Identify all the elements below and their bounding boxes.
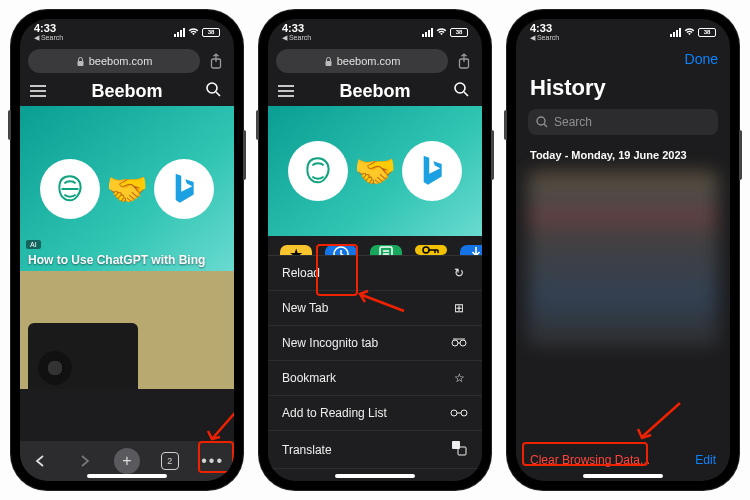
address-bar[interactable]: beebom.com [28,49,226,73]
phone-3: 4:33◀ Search 38 Done History Search Toda… [507,10,739,490]
url-text: beebom.com [89,55,153,67]
site-header: Beebom [20,77,234,106]
svg-point-10 [460,340,466,346]
status-bar: 4:33◀ Search 38 [516,19,730,45]
bing-logo-icon [402,141,462,201]
search-placeholder: Search [554,115,592,129]
overflow-menu-sheet: ★Bookmarks History Reading List Password… [268,237,482,481]
home-indicator[interactable] [335,474,415,478]
ai-badge: AI [26,240,41,249]
edit-button[interactable]: Edit [695,453,716,467]
menu-bookmark[interactable]: Bookmark☆ [268,361,482,396]
lock-icon [76,57,85,66]
svg-rect-0 [77,61,83,66]
tabs-button[interactable]: 2 [156,447,184,475]
site-title: Beebom [48,81,206,102]
phone-1: 4:33◀ Search 38 beebom.com Beebom 🤝 [11,10,243,490]
menu-incognito[interactable]: New Incognito tab [268,326,482,361]
svg-point-2 [207,83,217,93]
reading-list-icon [370,245,402,255]
handshake-icon: 🤝 [106,169,148,209]
menu-reload[interactable]: Reload↻ [268,256,482,291]
search-icon[interactable] [206,82,224,101]
history-search[interactable]: Search [528,109,718,135]
status-back: ◀ Search [34,34,63,41]
hero-article[interactable]: 🤝 AI How to Use ChatGPT with Bing [20,106,234,271]
bing-logo-icon [154,159,214,219]
svg-point-9 [452,340,458,346]
battery-icon: 38 [202,28,220,37]
done-button[interactable]: Done [685,51,718,67]
menu-add-reading[interactable]: Add to Reading List [268,396,482,431]
history-clock-icon [325,245,357,255]
chatgpt-logo-icon [40,159,100,219]
svg-point-11 [451,410,457,416]
glasses-icon [450,406,468,420]
lock-icon [324,57,333,66]
annotation-arrow [636,401,684,443]
hero-caption: How to Use ChatGPT with Bing [28,253,226,267]
svg-point-15 [537,117,545,125]
history-entries-blurred [528,171,718,347]
wifi-icon [188,28,199,36]
svg-rect-3 [325,61,331,66]
history-title: History [516,73,730,109]
status-time: 4:33 [34,23,63,34]
history-day-header: Today - Monday, 19 June 2023 [516,145,730,165]
hamburger-icon[interactable] [278,83,296,101]
svg-point-5 [455,83,465,93]
address-bar[interactable]: beebom.com [276,49,474,73]
article-thumbnail[interactable] [20,271,234,389]
hero-article[interactable]: 🤝 [268,106,482,236]
status-bar: 4:33◀ Search 38 [20,19,234,45]
handshake-icon: 🤝 [354,151,396,191]
new-tab-button[interactable]: + [113,447,141,475]
svg-point-8 [423,247,429,253]
home-indicator[interactable] [87,474,167,478]
home-indicator[interactable] [583,474,663,478]
clear-browsing-data-button[interactable]: Clear Browsing Data... [530,453,650,467]
incognito-icon [450,336,468,350]
status-bar: 4:33◀ Search 38 [268,19,482,45]
hamburger-icon[interactable] [30,83,48,101]
share-button[interactable] [206,51,226,71]
forward-button[interactable] [70,447,98,475]
more-menu-button[interactable]: ••• [199,447,227,475]
key-icon [415,245,447,255]
signal-icon [174,28,185,37]
search-icon [536,116,548,128]
star-icon: ★ [280,245,312,255]
phone-2: 4:33◀ Search 38 beebom.com Beebom 🤝 ★Boo… [259,10,491,490]
menu-translate[interactable]: Translate [268,431,482,469]
back-button[interactable] [27,447,55,475]
search-icon[interactable] [454,82,472,101]
svg-rect-13 [452,441,460,449]
new-tab-icon: ⊞ [450,301,468,315]
download-icon [460,245,482,255]
svg-point-12 [461,410,467,416]
star-outline-icon: ☆ [450,371,468,385]
site-header: Beebom [268,77,482,106]
translate-icon [450,441,468,458]
reload-icon: ↻ [450,266,468,280]
share-button[interactable] [454,51,474,71]
chatgpt-logo-icon [288,141,348,201]
menu-new-tab[interactable]: New Tab⊞ [268,291,482,326]
desktop-icon: 🖥 [450,479,468,481]
